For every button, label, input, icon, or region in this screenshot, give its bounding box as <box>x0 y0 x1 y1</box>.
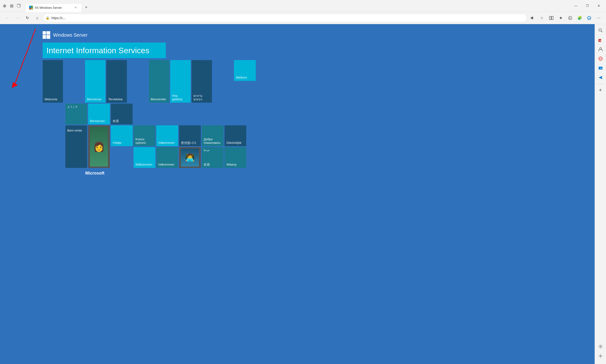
svg-text:e: e <box>569 17 571 19</box>
tile-dobro: Добро пожаловать <box>202 125 223 146</box>
address-text: https://c... <box>51 16 524 20</box>
minimize-button[interactable]: — <box>570 2 581 10</box>
tile-bienvenido: Bienvenido <box>149 60 169 103</box>
svg-point-14 <box>599 29 602 31</box>
tile-willkommen-label: Willkommen <box>136 163 152 167</box>
tile-witamy-label: Witamy <box>226 163 236 167</box>
tile-velkommen-label: Velkommen <box>158 163 174 167</box>
sidebar-outlook-button[interactable]: OL <box>596 64 605 72</box>
split-screen-button[interactable] <box>547 13 556 23</box>
nav-right-icons: ☆ ★ e 🧩 ⋯ <box>528 13 603 23</box>
iis-page: Windows Server Internet Information Serv… <box>0 24 595 364</box>
sidebar-settings-bottom[interactable] <box>596 342 605 351</box>
title-bar-left: ⊕ ⊞ ❐ <box>2 3 23 9</box>
favorites-panel-button[interactable]: ★ <box>556 13 565 23</box>
tile-empty-4 <box>234 82 256 103</box>
forward-button[interactable]: → <box>13 13 22 23</box>
tile-kalos-top: Καλώς ορίσατε <box>134 125 155 146</box>
tile-udvozoljuk: Üdvözöljük <box>224 125 246 146</box>
sidebar-add-button[interactable]: + <box>596 86 605 94</box>
tile-bem-vindo: Bem-vindo <box>65 125 87 168</box>
tile-hos-geldiniz: Hoş geldiniz <box>170 60 191 103</box>
favorites-button[interactable]: ☆ <box>537 13 546 23</box>
tile-hwangyong-label: 환영합니다 <box>181 141 196 145</box>
iis-container: Internet Information Services Welcome <box>43 43 256 176</box>
active-tab[interactable]: IIS Windows Server ✕ <box>25 3 82 12</box>
tile-kalos-label: Καλώς ορίσατε <box>136 137 153 145</box>
tab-title: IIS Windows Server <box>35 6 71 10</box>
maximize-button[interactable]: ❐ <box>582 2 593 10</box>
tile-benvenuto: Benvenuto <box>88 104 110 124</box>
svg-rect-3 <box>31 8 33 9</box>
svg-rect-13 <box>46 35 50 39</box>
new-tab-button[interactable]: + <box>82 3 90 12</box>
tile-empty-1 <box>64 60 84 103</box>
nav-bar: ← → ↻ ⌂ 🔒 https://c... ☆ ★ e 🧩 ⋯ <box>0 12 606 24</box>
sidebar-world-button[interactable] <box>596 54 605 63</box>
tile-velkommen: Velkommen <box>156 147 178 168</box>
read-aloud-button[interactable] <box>528 13 537 23</box>
svg-rect-10 <box>43 31 46 35</box>
close-button[interactable]: ✕ <box>593 2 604 10</box>
home-button[interactable]: ⌂ <box>33 13 42 23</box>
svg-line-15 <box>601 31 603 32</box>
browser-icon-2[interactable]: ⊞ <box>9 3 14 9</box>
page-content: Windows Server Internet Information Serv… <box>0 24 595 364</box>
sidebar-plane-button[interactable] <box>596 73 605 82</box>
tile-youkoso-label: ようこそ <box>67 105 78 109</box>
tile-photo-2: 👩‍💻 <box>179 147 201 168</box>
tile-valkommen-label: Välkommen <box>158 141 175 145</box>
tile-marhaba-label: مرحبا <box>204 149 210 152</box>
windows-server-text: Windows Server <box>53 32 88 38</box>
tile-valkommen: Välkommen <box>156 125 178 146</box>
tile-bienvenue: Bienvenue <box>85 60 105 103</box>
tile-tervetuloa: Tervetuloa <box>106 60 127 103</box>
iis-header-text: Internet Information Services <box>46 46 150 55</box>
tile-huanying1-label: 欢迎 <box>113 119 119 123</box>
tile-hwangyong: 환영합니다 <box>179 125 201 146</box>
svg-rect-4 <box>549 16 551 20</box>
tile-bienvenue-label: Bienvenue <box>87 97 101 101</box>
svg-rect-12 <box>43 35 46 39</box>
tile-benvenuto-label: Benvenuto <box>90 119 105 123</box>
browser-icon-3[interactable]: ❐ <box>16 3 21 9</box>
tab-favicon <box>29 6 33 10</box>
tile-photo-person: 👩 <box>88 125 110 168</box>
tile-brukhim-label: ברוכים הבאים <box>193 94 210 101</box>
sidebar-profile-button[interactable] <box>596 45 605 53</box>
svg-rect-11 <box>46 31 50 35</box>
svg-text:OL: OL <box>600 67 602 69</box>
svg-point-23 <box>600 346 601 347</box>
svg-text:TAG: TAG <box>599 40 603 41</box>
tabs-area: IIS Windows Server ✕ + <box>23 0 570 12</box>
svg-rect-2 <box>29 8 31 9</box>
window-controls: — ❐ ✕ <box>570 2 604 10</box>
sidebar-bottom <box>596 342 605 362</box>
microsoft-text: Microsoft <box>85 171 104 175</box>
sidebar-separator <box>598 84 603 84</box>
tile-welkom: Welkom <box>234 60 256 81</box>
tile-empty-2 <box>128 60 148 103</box>
svg-rect-5 <box>551 16 553 20</box>
edge-icon[interactable] <box>585 13 594 23</box>
sidebar-gear-bottom2[interactable] <box>596 352 605 360</box>
back-button[interactable]: ← <box>3 13 12 23</box>
svg-rect-1 <box>31 6 33 7</box>
extensions-button[interactable]: 🧩 <box>575 13 584 23</box>
tile-huanying1: 欢迎 <box>111 104 133 124</box>
browser-icon-1[interactable]: ⊕ <box>2 3 7 9</box>
sidebar-tag-button[interactable]: TAG <box>596 36 605 44</box>
address-bar[interactable]: 🔒 https://c... <box>43 14 527 22</box>
tile-huanying2-label: 欢迎 <box>204 163 210 167</box>
title-bar: ⊕ ⊞ ❐ IIS Windows Server ✕ + — <box>0 0 606 12</box>
tile-udvozoljuk-label: Üdvözöljük <box>226 141 242 145</box>
tab-close-button[interactable]: ✕ <box>73 5 78 10</box>
tile-welcome-label: Welcome <box>44 97 57 101</box>
refresh-button[interactable]: ↻ <box>23 13 32 23</box>
menu-button[interactable]: ⋯ <box>594 13 603 23</box>
main-area: Windows Server Internet Information Serv… <box>0 24 606 364</box>
tile-tervetuloa-label: Tervetuloa <box>108 97 123 101</box>
microsoft-section: Microsoft <box>43 171 104 176</box>
sidebar-search-button[interactable] <box>596 26 605 35</box>
collections-button[interactable]: e <box>566 13 575 23</box>
